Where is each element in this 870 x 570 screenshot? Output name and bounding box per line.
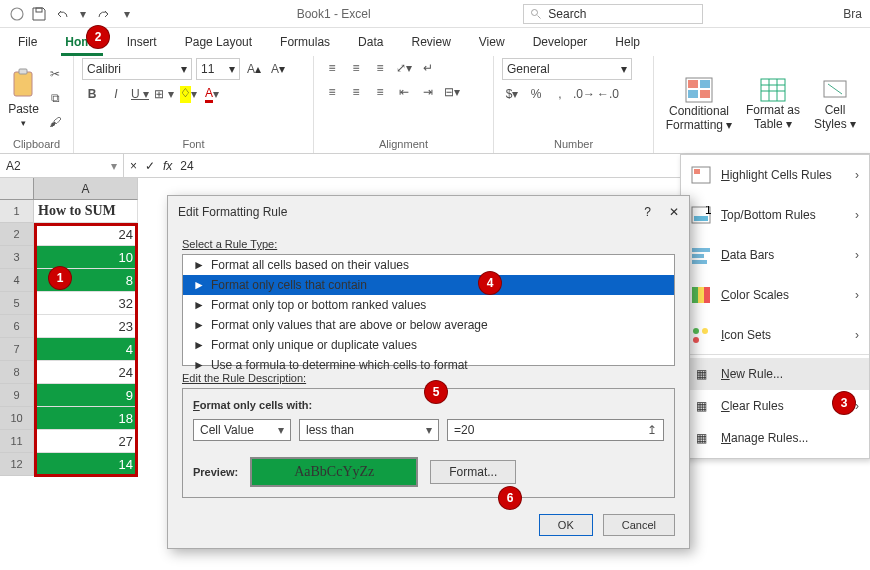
save-icon[interactable] (30, 5, 48, 23)
percent-icon[interactable]: % (526, 84, 546, 104)
currency-icon[interactable]: $▾ (502, 84, 522, 104)
row-header[interactable]: 3 (0, 246, 34, 269)
menu-file[interactable]: File (4, 29, 51, 55)
row-header[interactable]: 10 (0, 407, 34, 430)
number-format-combo[interactable]: General▾ (502, 58, 632, 80)
cell[interactable]: 27 (34, 430, 138, 453)
align-right-icon[interactable]: ≡ (370, 82, 390, 102)
rule-type-option[interactable]: ►Format only cells that contain (183, 275, 674, 295)
cell[interactable]: 32 (34, 292, 138, 315)
orientation-icon[interactable]: ⤢▾ (394, 58, 414, 78)
row-header[interactable]: 7 (0, 338, 34, 361)
rule-type-option[interactable]: ►Format only top or bottom ranked values (183, 295, 674, 315)
border-icon[interactable]: ⊞ ▾ (154, 84, 174, 104)
help-icon[interactable]: ? (644, 205, 651, 219)
align-bottom-icon[interactable]: ≡ (370, 58, 390, 78)
cell[interactable]: 24 (34, 361, 138, 384)
cell[interactable]: 10 (34, 246, 138, 269)
user-label[interactable]: Bra (843, 7, 870, 21)
fill-color-icon[interactable]: ♢▾ (178, 84, 198, 104)
font-color-icon[interactable]: A▾ (202, 84, 222, 104)
ok-button[interactable]: OK (539, 514, 593, 536)
rule-type-option[interactable]: ►Format only unique or duplicate values (183, 335, 674, 355)
cell[interactable]: 23 (34, 315, 138, 338)
select-all-corner[interactable] (0, 178, 34, 200)
cf-item-new-rule---[interactable]: ▦New Rule... (681, 358, 869, 390)
cf-item-tbr[interactable]: 10Top/Bottom Rules› (681, 199, 869, 231)
cell-styles-button[interactable]: Cell Styles ▾ (810, 70, 860, 140)
cell[interactable]: How to SUM (34, 200, 138, 223)
decrease-font-icon[interactable]: A▾ (268, 59, 288, 79)
redo-icon[interactable]: ▾ (74, 5, 92, 23)
enter-formula-icon[interactable]: ✓ (145, 159, 155, 173)
row-header[interactable]: 2 (0, 223, 34, 246)
column-header-a[interactable]: A (34, 178, 138, 200)
cf-item-hcr[interactable]: Highlight Cells Rules› (681, 159, 869, 191)
rule-type-option[interactable]: ►Format all cells based on their values (183, 255, 674, 275)
fx-icon[interactable]: fx (163, 159, 172, 173)
qat-dropdown-icon[interactable]: ▾ (118, 5, 136, 23)
menu-help[interactable]: Help (601, 29, 654, 55)
range-picker-icon[interactable]: ↥ (647, 423, 657, 437)
cancel-button[interactable]: Cancel (603, 514, 675, 536)
menu-insert[interactable]: Insert (113, 29, 171, 55)
font-name-combo[interactable]: Calibri▾ (82, 58, 192, 80)
cell[interactable]: 4 (34, 338, 138, 361)
bold-button[interactable]: B (82, 84, 102, 104)
format-painter-icon[interactable]: 🖌 (45, 112, 65, 132)
menu-developer[interactable]: Developer (519, 29, 602, 55)
repeat-icon[interactable] (96, 5, 114, 23)
cell[interactable]: 9 (34, 384, 138, 407)
decrease-indent-icon[interactable]: ⇤ (394, 82, 414, 102)
align-middle-icon[interactable]: ≡ (346, 58, 366, 78)
value-input[interactable]: =20↥ (447, 419, 664, 441)
cell-value-combo[interactable]: Cell Value▾ (193, 419, 291, 441)
cancel-formula-icon[interactable]: × (130, 159, 137, 173)
row-header[interactable]: 11 (0, 430, 34, 453)
close-icon[interactable]: ✕ (669, 205, 679, 219)
format-as-table-button[interactable]: Format as Table ▾ (742, 70, 804, 140)
underline-button[interactable]: U ▾ (130, 84, 150, 104)
cf-item-db[interactable]: Data Bars› (681, 239, 869, 271)
menu-review[interactable]: Review (397, 29, 464, 55)
merge-icon[interactable]: ⊟▾ (442, 82, 462, 102)
align-left-icon[interactable]: ≡ (322, 82, 342, 102)
rule-type-option[interactable]: ►Format only values that are above or be… (183, 315, 674, 335)
cell[interactable]: 24 (34, 223, 138, 246)
increase-decimal-icon[interactable]: .0→ (574, 84, 594, 104)
menu-data[interactable]: Data (344, 29, 397, 55)
row-header[interactable]: 12 (0, 453, 34, 476)
font-size-combo[interactable]: 11▾ (196, 58, 240, 80)
wrap-text-icon[interactable]: ↵ (418, 58, 438, 78)
menu-formulas[interactable]: Formulas (266, 29, 344, 55)
increase-font-icon[interactable]: A▴ (244, 59, 264, 79)
name-box[interactable]: A2▾ (0, 154, 124, 177)
decrease-decimal-icon[interactable]: ←.0 (598, 84, 618, 104)
undo-icon[interactable] (52, 5, 70, 23)
row-header[interactable]: 4 (0, 269, 34, 292)
cf-item-is[interactable]: Icon Sets› (681, 319, 869, 351)
increase-indent-icon[interactable]: ⇥ (418, 82, 438, 102)
menu-view[interactable]: View (465, 29, 519, 55)
italic-button[interactable]: I (106, 84, 126, 104)
align-center-icon[interactable]: ≡ (346, 82, 366, 102)
row-header[interactable]: 8 (0, 361, 34, 384)
operator-combo[interactable]: less than▾ (299, 419, 439, 441)
cell[interactable]: 14 (34, 453, 138, 476)
cut-icon[interactable]: ✂ (45, 64, 65, 84)
format-button[interactable]: Format... (430, 460, 516, 484)
search-box[interactable]: Search (523, 4, 703, 24)
row-header[interactable]: 6 (0, 315, 34, 338)
paste-button[interactable]: Paste ▾ (8, 63, 39, 133)
formula-input[interactable]: 24 (180, 159, 193, 173)
conditional-formatting-button[interactable]: Conditional Formatting ▾ (662, 70, 736, 140)
copy-icon[interactable]: ⧉ (45, 88, 65, 108)
align-top-icon[interactable]: ≡ (322, 58, 342, 78)
cf-item-cs[interactable]: Color Scales› (681, 279, 869, 311)
cf-item-manage-rules---[interactable]: ▦Manage Rules... (681, 422, 869, 454)
row-header[interactable]: 9 (0, 384, 34, 407)
comma-icon[interactable]: , (550, 84, 570, 104)
rule-type-list[interactable]: ►Format all cells based on their values►… (182, 254, 675, 366)
cell[interactable]: 18 (34, 407, 138, 430)
row-header[interactable]: 1 (0, 200, 34, 223)
